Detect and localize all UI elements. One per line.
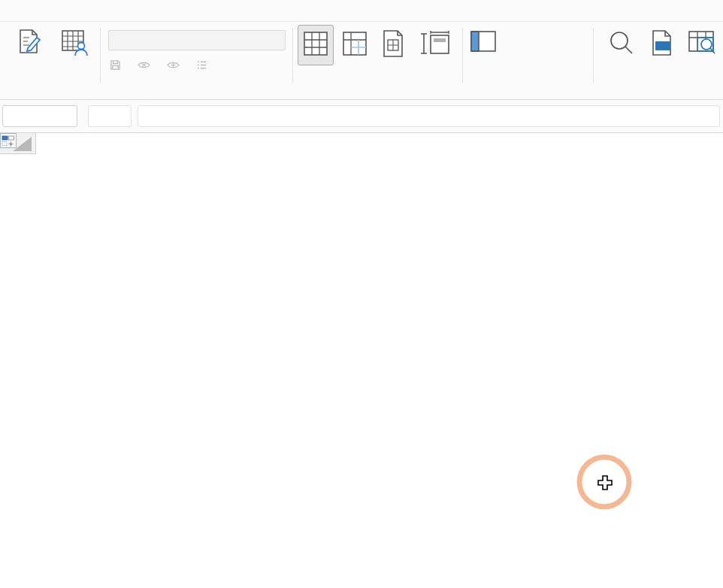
sheet-view-select[interactable] [108,30,286,50]
page-layout-button[interactable] [376,25,410,63]
ribbon-group-zoom [594,22,723,99]
list-icon [196,59,207,71]
share-workbook-button[interactable] [51,22,96,71]
page-break-preview-button[interactable] [337,25,373,65]
show-checkbox-grid [507,31,516,55]
normal-view-icon [302,29,329,59]
normal-view-button[interactable] [298,25,334,65]
eye-plus-icon [167,59,180,71]
ribbon-group-show [463,22,594,99]
options-button[interactable] [196,59,210,71]
sheet-grid[interactable] [0,133,723,588]
zoom-button[interactable] [603,25,640,65]
spreadsheet-app [0,0,723,588]
menu-bar [0,0,723,21]
ribbon-group-sheet-views [101,22,293,99]
save-icon [110,59,121,71]
zoom-to-selection-icon [687,29,717,59]
zoom-100-icon [648,29,675,59]
custom-views-icon [418,29,451,59]
formula-bar [0,100,723,133]
keep-view-button[interactable] [110,59,124,71]
name-box[interactable] [2,105,77,127]
share-workbook-icon [59,26,89,59]
navigation-button[interactable] [467,26,499,55]
ribbon-group-workbook-views [293,22,463,99]
ribbon-group-share [5,22,101,99]
zoom-to-selection-button[interactable] [682,25,721,65]
eye-off-icon [138,59,150,71]
track-changes-button[interactable] [6,22,51,71]
page-break-preview-icon [341,29,368,59]
page-layout-icon [380,29,406,59]
formula-input[interactable] [138,105,720,127]
zoom-100-button[interactable] [643,25,679,63]
exit-view-button[interactable] [138,59,153,71]
custom-views-button[interactable] [413,25,455,63]
magnifier-icon [607,29,636,59]
navigation-icon [470,28,497,55]
quick-fill-button[interactable] [0,133,17,148]
new-view-button[interactable] [167,59,183,71]
track-changes-icon [14,26,43,59]
ribbon [0,21,723,100]
